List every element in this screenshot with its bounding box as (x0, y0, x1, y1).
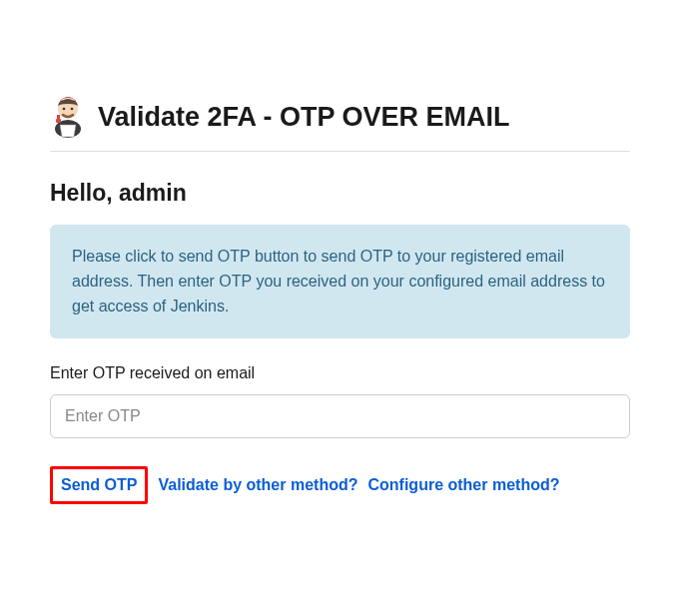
greeting-text: Hello, admin (50, 180, 630, 207)
svg-point-2 (63, 108, 66, 111)
svg-point-3 (71, 108, 74, 111)
otp-input[interactable] (50, 394, 630, 438)
page-title: Validate 2FA - OTP OVER EMAIL (98, 102, 510, 133)
otp-input-label: Enter OTP received on email (50, 364, 630, 382)
highlight-annotation: Send OTP (50, 466, 148, 504)
page-header: Validate 2FA - OTP OVER EMAIL (50, 95, 630, 152)
configure-other-method-link[interactable]: Configure other method? (367, 476, 559, 494)
info-message-box: Please click to send OTP button to send … (50, 225, 630, 338)
actions-row: Send OTP Validate by other method? Confi… (50, 466, 630, 504)
send-otp-button[interactable]: Send OTP (61, 476, 137, 494)
jenkins-logo-icon (50, 95, 86, 139)
svg-rect-5 (57, 115, 60, 120)
validate-other-method-link[interactable]: Validate by other method? (158, 476, 357, 494)
